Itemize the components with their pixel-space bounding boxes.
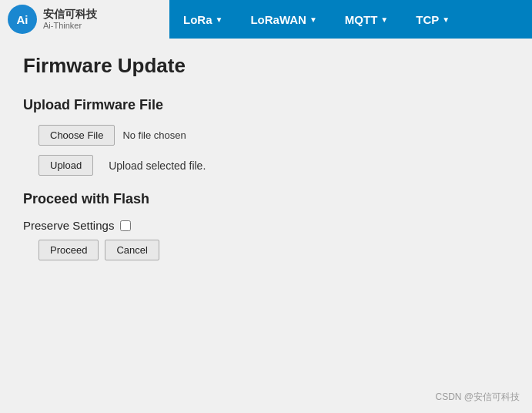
preserve-settings-row: Preserve Settings (23, 219, 509, 232)
company-name: 安信可科技 (43, 8, 97, 21)
footer-watermark: CSDN @安信可科技 (435, 391, 520, 404)
logo-initials: Ai (17, 13, 28, 26)
logo-area: Ai 安信可科技 Ai-Thinker (0, 0, 169, 39)
upload-section: Upload Firmware File Choose File No file… (23, 97, 509, 176)
logo-icon: Ai (8, 5, 37, 34)
nav-lora-label: LoRa (183, 13, 212, 26)
proceed-section-title: Proceed with Flash (23, 191, 509, 207)
nav-mqtt-label: MQTT (345, 13, 378, 26)
file-input-row: Choose File No file chosen (38, 125, 509, 146)
nav-tcp-dropdown-icon: ▼ (442, 15, 450, 24)
proceed-button[interactable]: Proceed (38, 240, 99, 260)
preserve-settings-checkbox[interactable] (120, 220, 131, 231)
nav-lorawan-dropdown-icon: ▼ (309, 15, 317, 24)
cancel-button[interactable]: Cancel (105, 240, 159, 260)
nav-lora-dropdown-icon: ▼ (216, 15, 223, 24)
nav-tcp-label: TCP (416, 13, 439, 26)
choose-file-button[interactable]: Choose File (38, 125, 115, 146)
upload-row: Upload Upload selected file. (38, 155, 509, 176)
upload-button[interactable]: Upload (38, 155, 93, 176)
no-file-text: No file chosen (122, 129, 186, 141)
proceed-section: Proceed with Flash Preserve Settings Pro… (23, 191, 509, 260)
upload-info-text: Upload selected file. (109, 159, 206, 172)
nav-mqtt-dropdown-icon: ▼ (380, 15, 388, 24)
nav-bar: LoRa ▼ LoRaWAN ▼ MQTT ▼ TCP ▼ (169, 0, 532, 39)
company-sub: Ai-Thinker (43, 21, 97, 31)
header: Ai 安信可科技 Ai-Thinker LoRa ▼ LoRaWAN ▼ MQT… (0, 0, 532, 39)
nav-lorawan-label: LoRaWAN (250, 13, 306, 26)
nav-item-lorawan[interactable]: LoRaWAN ▼ (236, 0, 330, 39)
logo-text: 安信可科技 Ai-Thinker (43, 8, 97, 31)
main-content: Firmware Update Upload Firmware File Cho… (0, 39, 532, 291)
nav-item-tcp[interactable]: TCP ▼ (402, 0, 463, 39)
proceed-buttons-row: Proceed Cancel (38, 240, 509, 260)
nav-item-lora[interactable]: LoRa ▼ (169, 0, 236, 39)
preserve-settings-label: Preserve Settings (23, 219, 114, 232)
page-title: Firmware Update (23, 54, 509, 78)
nav-item-mqtt[interactable]: MQTT ▼ (331, 0, 402, 39)
upload-section-title: Upload Firmware File (23, 97, 509, 113)
